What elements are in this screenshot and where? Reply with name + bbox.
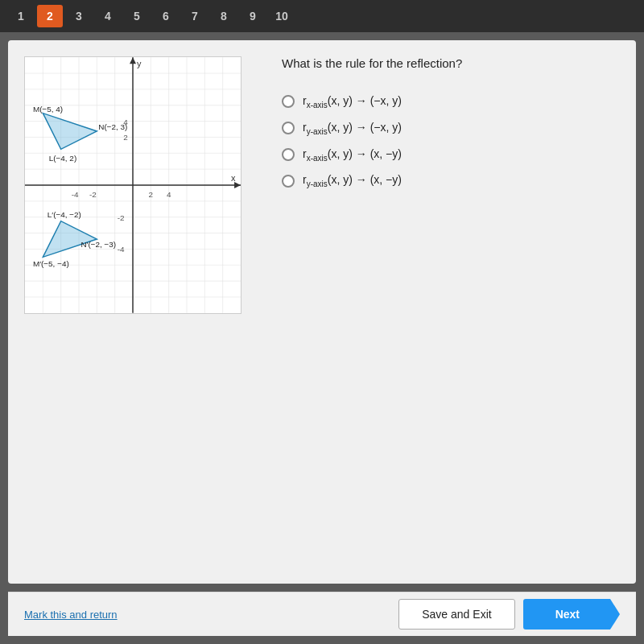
svg-text:N(−2, 3): N(−2, 3) — [98, 122, 127, 131]
option-2[interactable]: ry-axis(x, y) → (−x, y) — [282, 121, 620, 136]
svg-text:M(−5, 4): M(−5, 4) — [33, 105, 63, 114]
bottom-bar: Mark this and return Save and Exit Next — [8, 592, 636, 636]
mark-return-button[interactable]: Mark this and return — [24, 609, 118, 621]
save-exit-button[interactable]: Save and Exit — [398, 599, 514, 630]
option-4-text: ry-axis(x, y) → (x, −y) — [303, 173, 402, 188]
nav-item-3[interactable]: 3 — [66, 5, 92, 27]
next-button[interactable]: Next — [523, 599, 620, 630]
nav-item-4[interactable]: 4 — [95, 5, 121, 27]
svg-text:N′(−2, −3): N′(−2, −3) — [80, 240, 116, 249]
svg-marker-29 — [130, 57, 136, 64]
option-3-text: rx-axis(x, y) → (x, −y) — [303, 147, 402, 163]
nav-item-5[interactable]: 5 — [124, 5, 150, 27]
options-list: rx-axis(x, y) → (−x, y) ry-axis(x, y) → … — [282, 94, 620, 188]
radio-3[interactable] — [282, 148, 295, 161]
svg-text:-4: -4 — [118, 245, 125, 254]
nav-item-1[interactable]: 1 — [8, 5, 34, 27]
svg-text:4: 4 — [167, 190, 171, 199]
svg-marker-40 — [43, 114, 97, 150]
svg-text:2: 2 — [123, 133, 128, 142]
nav-item-7[interactable]: 7 — [182, 5, 208, 27]
nav-item-6[interactable]: 6 — [153, 5, 179, 27]
radio-1[interactable] — [282, 95, 295, 108]
svg-text:L′(−4, −2): L′(−4, −2) — [47, 210, 81, 219]
svg-text:y: y — [137, 59, 142, 68]
nav-item-10[interactable]: 10 — [269, 5, 295, 27]
svg-text:x: x — [231, 173, 236, 183]
svg-text:-4: -4 — [72, 190, 79, 199]
radio-4[interactable] — [282, 175, 295, 188]
svg-text:L(−4, 2): L(−4, 2) — [49, 154, 76, 163]
question-panel: What is the rule for the reflection? rx-… — [282, 56, 620, 568]
svg-text:-2: -2 — [118, 213, 125, 222]
svg-marker-41 — [43, 221, 97, 258]
option-3[interactable]: rx-axis(x, y) → (x, −y) — [282, 147, 620, 163]
question-text: What is the rule for the reflection? — [282, 56, 620, 70]
option-1-text: rx-axis(x, y) → (−x, y) — [303, 94, 402, 109]
svg-text:M′(−5, −4): M′(−5, −4) — [33, 259, 69, 268]
graph-box: x y -2 -4 2 4 4 2 -2 -4 — [24, 56, 242, 314]
nav-bar: 1 2 3 4 5 6 7 8 9 10 — [0, 0, 644, 32]
svg-marker-28 — [234, 182, 241, 188]
nav-item-9[interactable]: 9 — [240, 5, 266, 27]
radio-2[interactable] — [282, 122, 295, 134]
content-area: x y -2 -4 2 4 4 2 -2 -4 — [8, 40, 636, 584]
option-2-text: ry-axis(x, y) → (−x, y) — [303, 121, 402, 136]
nav-item-8[interactable]: 8 — [211, 5, 237, 27]
option-4[interactable]: ry-axis(x, y) → (x, −y) — [282, 173, 620, 188]
svg-text:-2: -2 — [89, 190, 97, 199]
nav-item-2[interactable]: 2 — [37, 5, 63, 27]
graph-container: x y -2 -4 2 4 4 2 -2 -4 — [24, 56, 258, 568]
question-area: x y -2 -4 2 4 4 2 -2 -4 — [24, 56, 620, 568]
svg-text:2: 2 — [149, 190, 154, 199]
button-group: Save and Exit Next — [398, 599, 620, 630]
option-1[interactable]: rx-axis(x, y) → (−x, y) — [282, 94, 620, 109]
